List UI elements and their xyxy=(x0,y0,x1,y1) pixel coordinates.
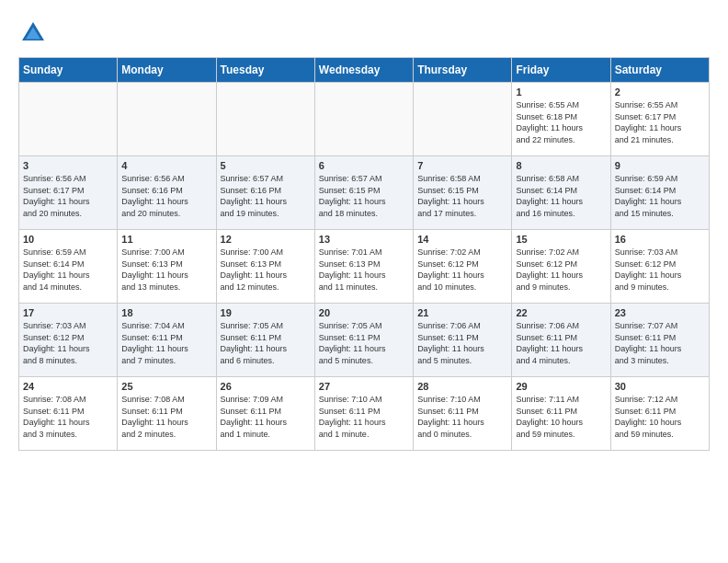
day-number: 12 xyxy=(221,234,311,245)
calendar-cell xyxy=(216,83,314,156)
day-info: Sunrise: 7:02 AM Sunset: 6:12 PM Dayligh… xyxy=(417,247,507,293)
calendar-cell: 1Sunrise: 6:55 AM Sunset: 6:18 PM Daylig… xyxy=(512,83,610,156)
day-info: Sunrise: 7:12 AM Sunset: 6:11 PM Dayligh… xyxy=(615,394,705,440)
calendar-cell xyxy=(414,83,512,156)
logo xyxy=(18,18,51,48)
day-number: 28 xyxy=(417,381,507,392)
weekday-header-saturday: Saturday xyxy=(610,58,709,83)
calendar-week-row: 10Sunrise: 6:59 AM Sunset: 6:14 PM Dayli… xyxy=(19,230,710,304)
day-info: Sunrise: 7:04 AM Sunset: 6:11 PM Dayligh… xyxy=(121,320,211,366)
calendar-cell: 18Sunrise: 7:04 AM Sunset: 6:11 PM Dayli… xyxy=(118,304,216,377)
page-header xyxy=(18,18,710,48)
calendar-cell: 7Sunrise: 6:58 AM Sunset: 6:15 PM Daylig… xyxy=(414,156,512,230)
day-number: 29 xyxy=(516,381,606,392)
calendar-cell: 24Sunrise: 7:08 AM Sunset: 6:11 PM Dayli… xyxy=(19,377,118,451)
day-number: 17 xyxy=(23,307,113,318)
day-info: Sunrise: 6:56 AM Sunset: 6:16 PM Dayligh… xyxy=(121,173,211,219)
calendar-cell: 26Sunrise: 7:09 AM Sunset: 6:11 PM Dayli… xyxy=(216,377,314,451)
day-number: 21 xyxy=(417,307,507,318)
day-number: 26 xyxy=(221,381,311,392)
day-number: 30 xyxy=(615,381,705,392)
calendar-cell: 19Sunrise: 7:05 AM Sunset: 6:11 PM Dayli… xyxy=(216,304,314,377)
day-info: Sunrise: 7:06 AM Sunset: 6:11 PM Dayligh… xyxy=(516,320,606,366)
weekday-header-wednesday: Wednesday xyxy=(314,58,413,83)
day-info: Sunrise: 7:05 AM Sunset: 6:11 PM Dayligh… xyxy=(319,320,409,366)
day-info: Sunrise: 6:58 AM Sunset: 6:15 PM Dayligh… xyxy=(417,173,507,219)
day-number: 11 xyxy=(121,234,211,245)
day-info: Sunrise: 7:00 AM Sunset: 6:13 PM Dayligh… xyxy=(121,247,211,293)
day-info: Sunrise: 6:55 AM Sunset: 6:17 PM Dayligh… xyxy=(615,99,705,145)
calendar-cell xyxy=(118,83,216,156)
calendar-cell: 16Sunrise: 7:03 AM Sunset: 6:12 PM Dayli… xyxy=(610,230,709,304)
day-info: Sunrise: 6:59 AM Sunset: 6:14 PM Dayligh… xyxy=(23,247,113,293)
day-number: 2 xyxy=(615,86,705,98)
calendar-cell: 30Sunrise: 7:12 AM Sunset: 6:11 PM Dayli… xyxy=(610,377,709,451)
day-number: 19 xyxy=(221,307,311,318)
calendar-cell: 8Sunrise: 6:58 AM Sunset: 6:14 PM Daylig… xyxy=(512,156,610,230)
day-number: 16 xyxy=(615,234,705,245)
day-info: Sunrise: 6:57 AM Sunset: 6:16 PM Dayligh… xyxy=(221,173,311,219)
day-info: Sunrise: 7:10 AM Sunset: 6:11 PM Dayligh… xyxy=(319,394,409,440)
calendar-week-row: 1Sunrise: 6:55 AM Sunset: 6:18 PM Daylig… xyxy=(19,83,710,156)
calendar-cell: 25Sunrise: 7:08 AM Sunset: 6:11 PM Dayli… xyxy=(118,377,216,451)
day-info: Sunrise: 7:11 AM Sunset: 6:11 PM Dayligh… xyxy=(516,394,606,440)
calendar-cell: 23Sunrise: 7:07 AM Sunset: 6:11 PM Dayli… xyxy=(610,304,709,377)
day-number: 1 xyxy=(516,86,606,98)
weekday-header-friday: Friday xyxy=(512,58,610,83)
calendar-cell: 6Sunrise: 6:57 AM Sunset: 6:15 PM Daylig… xyxy=(314,156,413,230)
day-info: Sunrise: 7:10 AM Sunset: 6:11 PM Dayligh… xyxy=(417,394,507,440)
calendar-cell: 13Sunrise: 7:01 AM Sunset: 6:13 PM Dayli… xyxy=(314,230,413,304)
day-number: 7 xyxy=(417,160,507,171)
day-info: Sunrise: 6:57 AM Sunset: 6:15 PM Dayligh… xyxy=(319,173,409,219)
weekday-header-sunday: Sunday xyxy=(19,58,118,83)
calendar-week-row: 24Sunrise: 7:08 AM Sunset: 6:11 PM Dayli… xyxy=(19,377,710,451)
calendar-cell: 5Sunrise: 6:57 AM Sunset: 6:16 PM Daylig… xyxy=(216,156,314,230)
weekday-header-thursday: Thursday xyxy=(414,58,512,83)
calendar-cell: 22Sunrise: 7:06 AM Sunset: 6:11 PM Dayli… xyxy=(512,304,610,377)
day-number: 15 xyxy=(516,234,606,245)
day-info: Sunrise: 7:08 AM Sunset: 6:11 PM Dayligh… xyxy=(23,394,113,440)
day-number: 18 xyxy=(121,307,211,318)
day-number: 25 xyxy=(121,381,211,392)
calendar-cell xyxy=(19,83,118,156)
calendar-cell: 2Sunrise: 6:55 AM Sunset: 6:17 PM Daylig… xyxy=(610,83,709,156)
day-number: 10 xyxy=(23,234,113,245)
calendar-cell: 4Sunrise: 6:56 AM Sunset: 6:16 PM Daylig… xyxy=(118,156,216,230)
calendar-cell: 12Sunrise: 7:00 AM Sunset: 6:13 PM Dayli… xyxy=(216,230,314,304)
day-number: 24 xyxy=(23,381,113,392)
day-info: Sunrise: 7:08 AM Sunset: 6:11 PM Dayligh… xyxy=(121,394,211,440)
day-number: 14 xyxy=(417,234,507,245)
logo-icon xyxy=(18,18,48,48)
day-number: 6 xyxy=(319,160,409,171)
day-info: Sunrise: 6:56 AM Sunset: 6:17 PM Dayligh… xyxy=(23,173,113,219)
day-number: 22 xyxy=(516,307,606,318)
calendar-table: SundayMondayTuesdayWednesdayThursdayFrid… xyxy=(18,57,710,451)
day-info: Sunrise: 7:02 AM Sunset: 6:12 PM Dayligh… xyxy=(516,247,606,293)
day-info: Sunrise: 7:03 AM Sunset: 6:12 PM Dayligh… xyxy=(615,247,705,293)
calendar-cell: 9Sunrise: 6:59 AM Sunset: 6:14 PM Daylig… xyxy=(610,156,709,230)
day-info: Sunrise: 7:01 AM Sunset: 6:13 PM Dayligh… xyxy=(319,247,409,293)
day-number: 4 xyxy=(121,160,211,171)
day-number: 27 xyxy=(319,381,409,392)
day-info: Sunrise: 6:55 AM Sunset: 6:18 PM Dayligh… xyxy=(516,99,606,145)
weekday-header-tuesday: Tuesday xyxy=(216,58,314,83)
day-number: 8 xyxy=(516,160,606,171)
calendar-cell: 20Sunrise: 7:05 AM Sunset: 6:11 PM Dayli… xyxy=(314,304,413,377)
calendar-cell: 3Sunrise: 6:56 AM Sunset: 6:17 PM Daylig… xyxy=(19,156,118,230)
calendar-cell: 21Sunrise: 7:06 AM Sunset: 6:11 PM Dayli… xyxy=(414,304,512,377)
day-number: 13 xyxy=(319,234,409,245)
day-info: Sunrise: 7:09 AM Sunset: 6:11 PM Dayligh… xyxy=(221,394,311,440)
calendar-cell: 15Sunrise: 7:02 AM Sunset: 6:12 PM Dayli… xyxy=(512,230,610,304)
day-info: Sunrise: 7:06 AM Sunset: 6:11 PM Dayligh… xyxy=(417,320,507,366)
day-info: Sunrise: 7:03 AM Sunset: 6:12 PM Dayligh… xyxy=(23,320,113,366)
day-info: Sunrise: 6:58 AM Sunset: 6:14 PM Dayligh… xyxy=(516,173,606,219)
calendar-cell: 10Sunrise: 6:59 AM Sunset: 6:14 PM Dayli… xyxy=(19,230,118,304)
day-info: Sunrise: 7:05 AM Sunset: 6:11 PM Dayligh… xyxy=(221,320,311,366)
calendar-cell: 28Sunrise: 7:10 AM Sunset: 6:11 PM Dayli… xyxy=(414,377,512,451)
calendar-cell: 17Sunrise: 7:03 AM Sunset: 6:12 PM Dayli… xyxy=(19,304,118,377)
day-info: Sunrise: 7:07 AM Sunset: 6:11 PM Dayligh… xyxy=(615,320,705,366)
day-number: 9 xyxy=(615,160,705,171)
weekday-header-row: SundayMondayTuesdayWednesdayThursdayFrid… xyxy=(19,58,710,83)
calendar-week-row: 3Sunrise: 6:56 AM Sunset: 6:17 PM Daylig… xyxy=(19,156,710,230)
day-number: 5 xyxy=(221,160,311,171)
